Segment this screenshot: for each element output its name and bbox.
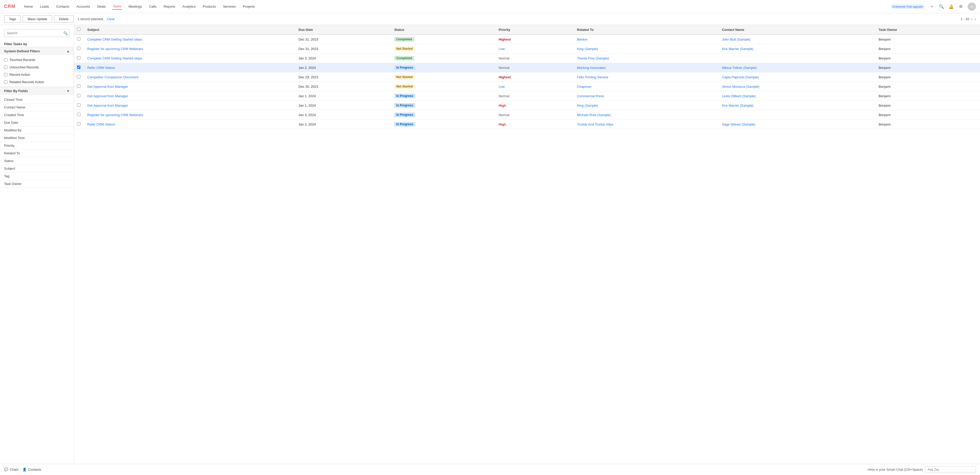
field-modified-by[interactable]: Modified By bbox=[0, 127, 74, 134]
field-contact-name[interactable]: Contact Name bbox=[0, 103, 74, 111]
field-modified-time[interactable]: Modified Time bbox=[0, 134, 74, 142]
contact-name-link[interactable]: Sage Wieser (Sample) bbox=[722, 122, 756, 126]
contact-name-link[interactable]: Leota Dilliard (Sample) bbox=[722, 94, 756, 98]
chats-button[interactable]: 💬 Chats bbox=[4, 468, 18, 472]
contact-name-link[interactable]: Mitsue Tollner (Sample) bbox=[722, 66, 757, 70]
field-task-owner[interactable]: Task Owner bbox=[0, 180, 74, 188]
field-closed-time[interactable]: Closed Time bbox=[0, 96, 74, 103]
field-priority[interactable]: Priority bbox=[0, 142, 74, 149]
subject-link[interactable]: Register for upcoming CRM Webinars bbox=[87, 47, 143, 51]
related-to-link[interactable]: King (Sample) bbox=[577, 47, 598, 51]
row-checkbox[interactable] bbox=[77, 65, 80, 69]
nav-calls[interactable]: Calls bbox=[148, 3, 157, 10]
field-tag[interactable]: Tag bbox=[0, 172, 74, 180]
contact-name-link[interactable]: Kris Marrier (Sample) bbox=[722, 103, 754, 107]
row-checkbox[interactable] bbox=[77, 122, 80, 126]
related-to-link[interactable]: King (Sample) bbox=[577, 103, 598, 107]
contact-name-link[interactable]: Kris Marrier (Sample) bbox=[722, 47, 754, 51]
next-page-button[interactable]: › bbox=[975, 17, 976, 21]
nav-leads[interactable]: Leads bbox=[40, 3, 49, 10]
field-status[interactable]: Status bbox=[0, 157, 74, 165]
header-status[interactable]: Status bbox=[391, 25, 496, 35]
nav-accounts[interactable]: Accounts bbox=[76, 3, 90, 10]
user-avatar[interactable]: U bbox=[968, 3, 976, 11]
row-checkbox[interactable] bbox=[77, 56, 80, 59]
nav-products[interactable]: Products bbox=[202, 3, 216, 10]
tags-button[interactable]: Tags bbox=[4, 15, 21, 23]
header-task-owner[interactable]: Task Owner bbox=[876, 25, 980, 35]
header-contact-name[interactable]: Contact Name bbox=[719, 25, 876, 35]
search-input[interactable] bbox=[4, 29, 70, 37]
related-to-link[interactable]: Chapman bbox=[577, 85, 591, 89]
notifications-icon[interactable]: 🔔 bbox=[948, 4, 954, 10]
contact-name-link[interactable]: John Butt (Sample) bbox=[722, 38, 750, 41]
related-to-link[interactable]: Benton bbox=[577, 38, 587, 41]
mass-update-button[interactable]: Mass Update bbox=[23, 15, 52, 23]
related-to-link[interactable]: Truhlar And Truhlar Attys bbox=[577, 122, 614, 126]
contacts-button[interactable]: 👤 Contacts bbox=[22, 468, 41, 472]
subject-link[interactable]: Refer CRM Videos bbox=[87, 122, 115, 126]
subject-link[interactable]: Get Approval from Manager bbox=[87, 94, 128, 98]
search-icon[interactable]: 🔍 bbox=[939, 4, 944, 10]
header-subject[interactable]: Subject bbox=[84, 25, 296, 35]
nav-services[interactable]: Services bbox=[223, 3, 236, 10]
untouched-records-checkbox[interactable] bbox=[4, 65, 7, 69]
filter-untouched-records[interactable]: Untouched Records bbox=[0, 64, 74, 71]
subject-link[interactable]: Register for upcoming CRM Webinars bbox=[87, 113, 143, 117]
settings-icon[interactable]: ⚙ bbox=[958, 4, 964, 10]
field-due-date[interactable]: Due Date bbox=[0, 119, 74, 127]
clear-selection-link[interactable]: Clear bbox=[107, 17, 115, 21]
nav-analytics[interactable]: Analytics bbox=[182, 3, 196, 10]
row-checkbox[interactable] bbox=[77, 37, 80, 41]
row-checkbox[interactable] bbox=[77, 103, 80, 106]
field-subject[interactable]: Subject bbox=[0, 165, 74, 172]
contact-name-link[interactable]: Capla Paprocki (Sample) bbox=[722, 75, 759, 79]
related-records-action-checkbox[interactable] bbox=[4, 80, 7, 84]
row-checkbox[interactable] bbox=[77, 113, 80, 116]
prev-page-button[interactable]: ‹ bbox=[971, 17, 972, 21]
filter-record-action[interactable]: Record Action bbox=[0, 71, 74, 78]
record-selected-info: 1 record selected. bbox=[78, 17, 104, 21]
record-action-checkbox[interactable] bbox=[4, 73, 7, 76]
nav-contacts[interactable]: Contacts bbox=[56, 3, 70, 10]
create-icon[interactable]: ＋ bbox=[929, 4, 935, 10]
related-to-link[interactable]: Commercial Press bbox=[577, 94, 604, 98]
subject-link[interactable]: Refer CRM Videos bbox=[87, 66, 115, 70]
system-defined-filters-header[interactable]: System Defined Filters ▲ bbox=[0, 47, 74, 55]
subject-link[interactable]: Complete CRM Getting Started steps bbox=[87, 56, 142, 60]
nav-reports[interactable]: Reports bbox=[163, 3, 176, 10]
subject-link[interactable]: Get Apporval from Manager bbox=[87, 85, 128, 89]
subject-link[interactable]: Competitor Comparison Document bbox=[87, 75, 138, 79]
filter-touched-records[interactable]: Touched Records bbox=[0, 56, 74, 64]
delete-button[interactable]: Delete bbox=[54, 15, 73, 23]
header-priority[interactable]: Priority bbox=[496, 25, 574, 35]
nav-meetings[interactable]: Meetings bbox=[128, 3, 142, 10]
header-related-to[interactable]: Related To bbox=[574, 25, 719, 35]
related-to-link[interactable]: Theola Frey (Sample) bbox=[577, 56, 609, 60]
row-checkbox[interactable] bbox=[77, 47, 80, 50]
select-all-checkbox[interactable] bbox=[77, 27, 80, 31]
related-to-link[interactable]: Feltz Printing Service bbox=[577, 75, 608, 79]
nav-projects[interactable]: Projects bbox=[242, 3, 256, 10]
related-to-link[interactable]: Morlong Associates bbox=[577, 66, 606, 70]
field-created-time[interactable]: Created Time bbox=[0, 111, 74, 119]
header-due-date[interactable]: Due Date bbox=[296, 25, 391, 35]
subject-link[interactable]: Complete CRM Getting Started steps bbox=[87, 38, 142, 41]
row-checkbox[interactable] bbox=[77, 94, 80, 97]
search-box: 🔍 bbox=[4, 29, 70, 37]
upgrade-badge[interactable]: Enterprise-Trial upgrade bbox=[891, 4, 925, 9]
field-related-to[interactable]: Related To bbox=[0, 149, 74, 157]
row-checkbox[interactable] bbox=[77, 75, 80, 78]
filter-by-fields-header[interactable]: Filter By Fields ▼ bbox=[0, 87, 74, 95]
row-task-owner: Benjami bbox=[876, 120, 980, 129]
touched-records-checkbox[interactable] bbox=[4, 58, 7, 62]
row-checkbox[interactable] bbox=[77, 84, 80, 88]
nav-deals[interactable]: Deals bbox=[97, 3, 106, 10]
filter-related-records-action[interactable]: Related Records Action bbox=[0, 78, 74, 86]
subject-link[interactable]: Get Apporval from Manager bbox=[87, 103, 128, 107]
nav-home[interactable]: Home bbox=[24, 3, 33, 10]
related-to-link[interactable]: Michael Ruta (Sample) bbox=[577, 113, 611, 117]
ask-zia-input[interactable] bbox=[925, 466, 976, 472]
contact-name-link[interactable]: Simon Morasca (Sample) bbox=[722, 85, 759, 89]
nav-tasks[interactable]: Tasks bbox=[112, 3, 122, 10]
